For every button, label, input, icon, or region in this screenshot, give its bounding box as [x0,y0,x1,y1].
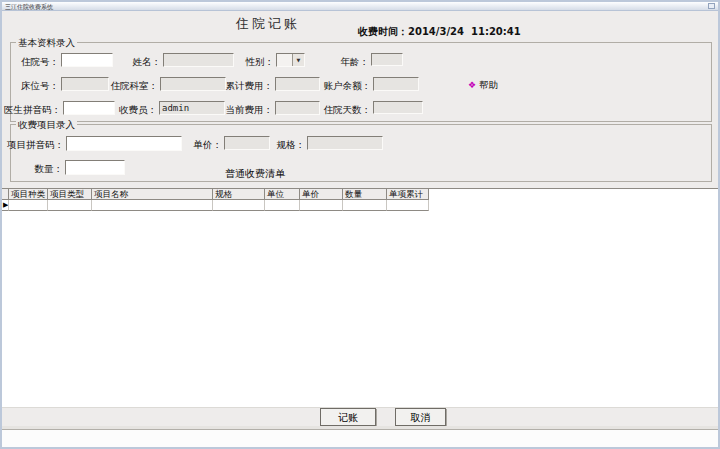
doctor-pinyin-label: 医生拼音码： [0,104,61,117]
grid-header-spec[interactable]: 规格 [213,189,265,200]
total-fee-label: 累计费用： [203,80,273,93]
quantity-input[interactable] [65,160,125,175]
item-pinyin-label: 项目拼音码： [0,139,64,152]
days-input[interactable] [373,101,423,114]
name-label: 姓名： [91,56,161,69]
grid-cell[interactable] [213,200,265,211]
fee-list-grid: 项目种类 项目类型 项目名称 规格 单位 单价 数量 单项累计 ▶ [2,188,718,408]
charge-time-value: 2014/3/24 11:20:41 [408,26,521,37]
age-label: 年龄： [299,56,369,69]
titlebar[interactable]: 三江住院收费系统 [2,2,718,11]
grid-cell[interactable] [343,200,387,211]
help-label: 帮助 [479,79,498,90]
window-title: 三江住院收费系统 [5,3,53,10]
grid-header-selector[interactable] [2,189,9,200]
grid-header-quantity[interactable]: 数量 [343,189,387,200]
grid-cell[interactable] [265,200,300,211]
basic-info-legend: 基本资料录入 [16,37,77,50]
grid-header-unit[interactable]: 单位 [265,189,300,200]
quantity-label: 数量： [0,163,63,176]
spec-label: 规格： [235,139,305,152]
bed-no-label: 床位号： [0,80,59,93]
grid-header-unit-price[interactable]: 单价 [300,189,343,200]
grid-header-item-type[interactable]: 项目类型 [48,189,92,200]
bottom-panel [2,430,718,447]
cashier-label: 收费员： [87,104,157,117]
row-selector-cell[interactable]: ▶ [2,200,9,211]
grid-caption: 普通收费清单 [210,167,300,181]
current-fee-label: 当前费用： [203,104,273,117]
app-window: 三江住院收费系统 住院记账 收费时间：2014/3/24 11:20:41 基本… [0,0,720,449]
grid-header-item-name[interactable]: 项目名称 [92,189,213,200]
gender-label: 性别： [204,56,274,69]
balance-input[interactable] [373,77,419,91]
balance-label: 账户余额： [301,80,371,93]
grid-cell[interactable] [92,200,213,211]
grid-cell[interactable] [48,200,92,211]
grid-cell[interactable] [300,200,343,211]
page-title: 住院记账 [236,15,300,33]
grid-header-row: 项目种类 项目类型 项目名称 规格 单位 单价 数量 单项累计 [2,189,718,200]
spec-input[interactable] [307,136,383,150]
age-input[interactable] [371,53,403,66]
days-label: 住院天数： [301,104,371,117]
admission-no-label: 住院号： [0,56,59,69]
help-icon: ❖ [468,80,476,90]
current-row-marker-icon: ▶ [3,201,8,209]
titlebar-close-button[interactable] [708,3,715,9]
grid-data-row[interactable]: ▶ [2,200,718,211]
department-label: 住院科室： [88,80,158,93]
unit-price-label: 单价： [152,139,222,152]
charge-time-label: 收费时间： [358,26,408,37]
grid-header-item-total[interactable]: 单项累计 [387,189,429,200]
grid-header-item-kind[interactable]: 项目种类 [9,189,48,200]
grid-cell[interactable] [387,200,429,211]
help-button[interactable]: ❖帮助 [468,79,498,92]
fee-item-legend: 收费项目录入 [16,119,77,132]
charge-time: 收费时间：2014/3/24 11:20:41 [358,25,521,39]
post-charge-button[interactable]: 记账 [320,408,376,426]
grid-cell[interactable] [9,200,48,211]
cancel-button[interactable]: 取消 [395,408,446,426]
